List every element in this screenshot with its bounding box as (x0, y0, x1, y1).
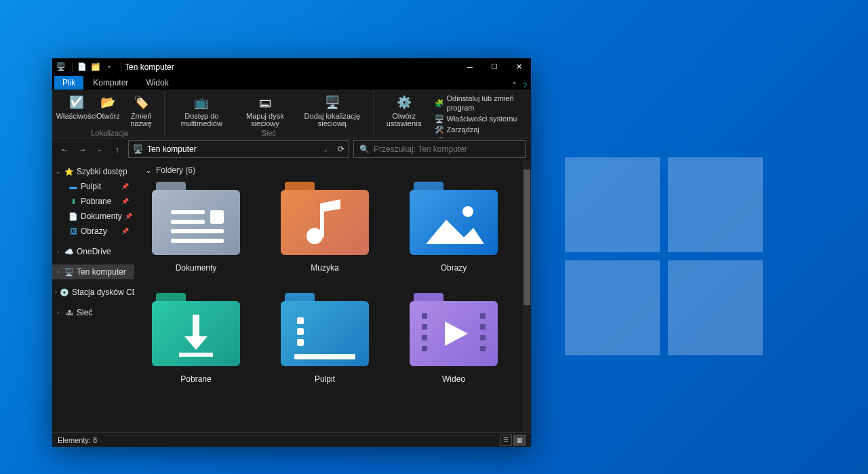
svg-rect-13 (294, 354, 355, 359)
forward-button[interactable]: → (75, 142, 89, 156)
folder-label: Pulpit (315, 374, 335, 384)
network-icon: 🖧 (64, 309, 74, 317)
address-bar[interactable]: 🖥️ Ten komputer ⌄ ⟳ (128, 140, 349, 158)
svg-rect-15 (422, 324, 427, 330)
chevron-right-icon: › (55, 248, 62, 255)
ribbon: ☑️Właściwości 📂Otwórz 🏷️Zmień nazwę Loka… (52, 90, 531, 138)
svg-rect-9 (179, 353, 213, 357)
map-drive-icon: 🖴 (256, 94, 274, 111)
pc-icon: 🖥️ (133, 144, 143, 154)
open-settings-button[interactable]: ⚙️Otwórz ustawienia (378, 92, 431, 136)
scrollbar[interactable] (523, 160, 531, 432)
pin-icon: 📌 (125, 213, 132, 220)
svg-rect-19 (480, 324, 486, 330)
up-button[interactable]: ↑ (111, 142, 124, 156)
titlebar[interactable]: 🖥️ 📄 🗂️ ▾ Ten komputer ─ ☐ ✕ (52, 58, 531, 75)
folder-label: Dokumenty (176, 263, 217, 273)
rename-icon: 🏷️ (132, 94, 150, 111)
sidebar-downloads[interactable]: ⬇Pobrane📌 (52, 194, 134, 209)
folder-label: Wideo (442, 374, 465, 384)
pc-small-icon: 🗂️ (90, 62, 101, 73)
address-dropdown-icon[interactable]: ⌄ (323, 146, 328, 153)
window-title: Ten komputer (125, 62, 174, 72)
search-input[interactable] (374, 144, 519, 154)
history-dropdown[interactable]: ⌄ (93, 142, 106, 156)
system-properties-button[interactable]: 🖥️Właściwości systemu (435, 114, 521, 123)
svg-rect-18 (480, 313, 486, 319)
sidebar: ⌄⭐Szybki dostęp ▬Pulpit📌 ⬇Pobrane📌 📄Doku… (52, 160, 134, 432)
view-icons-button[interactable]: ▦ (513, 435, 526, 446)
back-button[interactable]: ← (58, 142, 71, 156)
sidebar-desktop[interactable]: ▬Pulpit📌 (52, 179, 134, 194)
folder-desktop[interactable]: Pulpit (274, 293, 376, 384)
svg-rect-10 (297, 317, 304, 324)
search-bar[interactable]: 🔍 (353, 140, 526, 158)
uninstall-icon: 🧩 (435, 98, 444, 108)
map-drive-button[interactable]: 🖴Mapuj dysk sieciowy (236, 92, 294, 129)
svg-rect-17 (422, 346, 427, 351)
search-icon: 🔍 (359, 144, 370, 154)
tab-file[interactable]: Plik (54, 76, 83, 90)
help-icon[interactable]: ? (523, 81, 527, 90)
view-details-button[interactable]: ☰ (500, 435, 512, 446)
pin-icon: 📌 (121, 183, 129, 190)
sidebar-onedrive[interactable]: ›☁️OneDrive (52, 244, 134, 259)
uninstall-button[interactable]: 🧩Odinstaluj lub zmień program (435, 94, 521, 113)
svg-rect-1 (171, 220, 205, 224)
pc-icon: 🖥️ (64, 268, 74, 277)
disc-icon: 💿 (60, 288, 69, 297)
sidebar-cd-drive[interactable]: ›💿Stacja dysków CD (D:) (52, 285, 134, 300)
svg-rect-16 (422, 335, 427, 340)
chevron-down-icon: ⌄ (145, 165, 152, 175)
folder-label: Obrazy (441, 263, 467, 273)
folder-pictures[interactable]: Obrazy (403, 182, 505, 273)
svg-rect-21 (480, 346, 486, 351)
chevron-down-icon: ⌄ (55, 168, 62, 175)
sidebar-quick-access[interactable]: ⌄⭐Szybki dostęp (52, 164, 134, 179)
folder-downloads[interactable]: Pobrane (145, 293, 247, 384)
windows-logo (565, 157, 763, 355)
manage-icon: 🛠️ (435, 125, 444, 134)
media-access-button[interactable]: 📺Dostęp do multimediów (169, 92, 235, 129)
pin-icon: 📌 (121, 228, 129, 235)
close-button[interactable]: ✕ (507, 58, 531, 75)
open-button[interactable]: 📂Otwórz (95, 92, 121, 129)
refresh-button[interactable]: ⟳ (338, 144, 344, 154)
properties-button[interactable]: ☑️Właściwości (59, 92, 94, 129)
gear-icon: ⚙️ (395, 94, 413, 111)
status-text: Elementy: 8 (58, 436, 97, 444)
collapse-ribbon-icon[interactable]: ⌃ (511, 81, 517, 90)
add-location-button[interactable]: 🖥️Dodaj lokalizację sieciową (296, 92, 369, 129)
qa-dropdown-icon[interactable]: ▾ (104, 62, 115, 73)
pc-icon: 🖥️ (56, 62, 66, 73)
open-icon: 📂 (99, 94, 117, 111)
svg-rect-4 (171, 239, 224, 243)
folder-label: Pobrane (180, 374, 211, 384)
sidebar-pictures[interactable]: 🖼Obrazy📌 (52, 224, 134, 239)
add-location-icon: 🖥️ (323, 94, 341, 111)
maximize-button[interactable]: ☐ (482, 58, 507, 75)
folder-documents[interactable]: Dokumenty (145, 182, 247, 273)
folder-music[interactable]: Muzyka (274, 182, 376, 273)
chevron-right-icon: › (55, 269, 62, 275)
sidebar-network[interactable]: ›🖧Sieć (52, 305, 134, 320)
doc-icon: 📄 (77, 62, 87, 73)
sidebar-documents[interactable]: 📄Dokumenty📌 (52, 209, 134, 224)
folder-videos[interactable]: Wideo (403, 293, 505, 384)
tab-view[interactable]: Widok (138, 76, 176, 90)
svg-point-7 (462, 206, 473, 217)
status-bar: Elementy: 8 ☰ ▦ (52, 432, 531, 447)
svg-rect-11 (297, 328, 304, 335)
media-icon: 📺 (193, 94, 210, 111)
svg-rect-0 (171, 210, 205, 214)
svg-rect-3 (171, 229, 224, 233)
tab-computer[interactable]: Komputer (85, 76, 136, 90)
sidebar-this-pc[interactable]: ›🖥️Ten komputer (52, 264, 134, 279)
manage-button[interactable]: 🛠️Zarządzaj (435, 125, 521, 134)
ribbon-tabs: Plik Komputer Widok ⌃ ? (52, 75, 531, 90)
rename-button[interactable]: 🏷️Zmień nazwę (122, 92, 159, 129)
section-header[interactable]: ⌄Foldery (6) (145, 165, 520, 175)
sysprops-icon: 🖥️ (435, 114, 444, 123)
minimize-button[interactable]: ─ (458, 58, 482, 75)
svg-rect-14 (422, 313, 427, 319)
